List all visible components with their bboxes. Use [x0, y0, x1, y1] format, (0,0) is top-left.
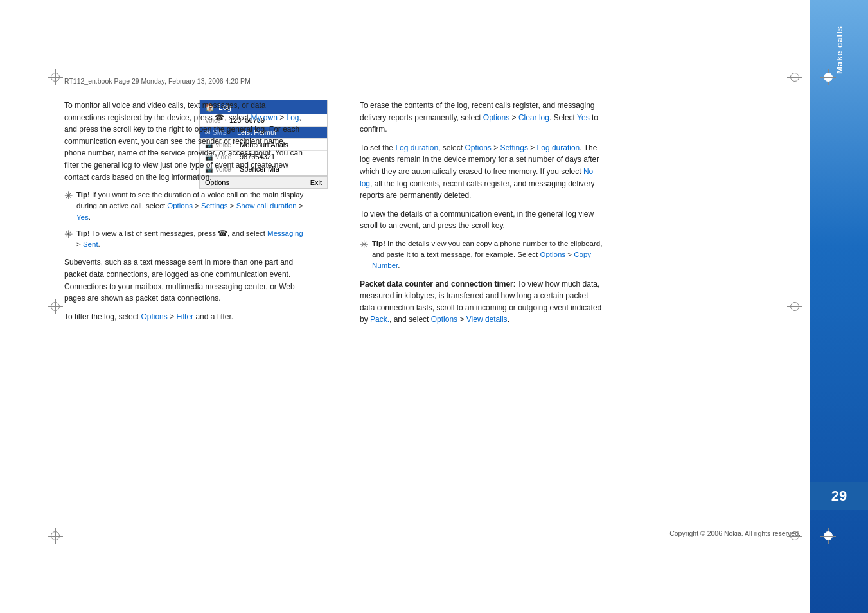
tip-box-3: ✳ Tip! In the details view you can copy … [360, 238, 604, 272]
header-text: RT112_en.book Page 29 Monday, February 1… [64, 77, 251, 85]
tip-icon-3: ✳ [360, 237, 368, 253]
crosshair-sidebar-top [820, 69, 836, 85]
tip-box-2: ✳ Tip! To view a list of sent messages, … [64, 228, 308, 251]
tip-bold-1: Tip! [76, 191, 90, 199]
link-my-own[interactable]: My own [251, 113, 277, 122]
link-log-duration-2[interactable]: Log duration [537, 143, 580, 152]
right-paragraph-2: To set the Log duration, select Options … [360, 142, 604, 202]
packet-data-bold: Packet data counter and connection timer [360, 280, 513, 289]
tip-icon-1: ✳ [64, 188, 73, 204]
left-paragraph-2: Subevents, such as a text message sent i… [64, 256, 308, 304]
link-view-details[interactable]: View details [466, 315, 508, 324]
content-left: To monitor all voice and video calls, te… [64, 100, 308, 323]
tip-bold-3: Tip! [372, 240, 385, 247]
link-sent[interactable]: Sent [83, 240, 98, 248]
phone-footer-exit: Exit [310, 179, 322, 186]
content-right: To erase the contents of the log, recent… [360, 100, 604, 326]
link-settings-2[interactable]: Settings [500, 143, 528, 152]
left-paragraph-3: To filter the log, select Options > Filt… [64, 311, 308, 323]
link-yes-1[interactable]: Yes [76, 213, 89, 221]
sidebar-title: Make calls [835, 26, 844, 74]
right-paragraph-4: Packet data counter and connection timer… [360, 278, 604, 326]
link-options-erase[interactable]: Options [483, 113, 509, 122]
center-marker [308, 306, 328, 306]
left-paragraph-1: To monitor all voice and video calls, te… [64, 100, 308, 183]
right-paragraph-1: To erase the contents of the log, recent… [360, 100, 604, 136]
page-number-box: 29 [810, 482, 868, 510]
tip-box-1: ✳ Tip! If you want to see the duration o… [64, 190, 308, 223]
crosshair-top-left [48, 69, 63, 85]
crosshair-mid-right [787, 299, 802, 314]
link-no-log[interactable]: No log [360, 167, 593, 188]
link-log-duration-1[interactable]: Log duration [395, 143, 438, 152]
crosshair-sidebar-bottom [820, 528, 836, 544]
link-settings-1[interactable]: Settings [201, 202, 228, 209]
crosshair-bottom-left [48, 528, 63, 544]
link-show-call-duration[interactable]: Show call duration [236, 202, 297, 209]
tip-text-1: Tip! If you want to see the duration of … [76, 190, 308, 223]
page-number: 29 [831, 488, 847, 504]
link-options-4[interactable]: Options [431, 315, 457, 324]
link-options-2[interactable]: Options [465, 143, 491, 152]
crosshair-top-right [787, 69, 802, 85]
right-paragraph-3: To view the details of a communication e… [360, 208, 604, 232]
tip-text-3: Tip! In the details view you can copy a … [372, 238, 604, 272]
tip-icon-2: ✳ [64, 227, 73, 242]
crosshair-mid-left [48, 299, 63, 314]
tip-bold-2: Tip! [76, 229, 90, 237]
link-options-1[interactable]: Options [167, 202, 193, 209]
link-options-3[interactable]: Options [540, 251, 565, 258]
link-clear-log[interactable]: Clear log [518, 113, 549, 122]
footer-line [51, 524, 804, 524]
link-messaging[interactable]: Messaging [267, 229, 303, 237]
header-line [51, 89, 804, 89]
tip-text-2: Tip! To view a list of sent messages, pr… [76, 228, 308, 251]
link-options-filter[interactable]: Options [141, 312, 167, 321]
link-filter[interactable]: Filter [176, 312, 193, 321]
link-yes-erase[interactable]: Yes [577, 113, 590, 122]
link-pack[interactable]: Pack. [370, 315, 389, 324]
footer-text: Copyright © 2006 Nokia. All rights reser… [669, 529, 801, 537]
right-sidebar: Make calls [810, 0, 868, 613]
link-log[interactable]: Log [287, 113, 299, 122]
